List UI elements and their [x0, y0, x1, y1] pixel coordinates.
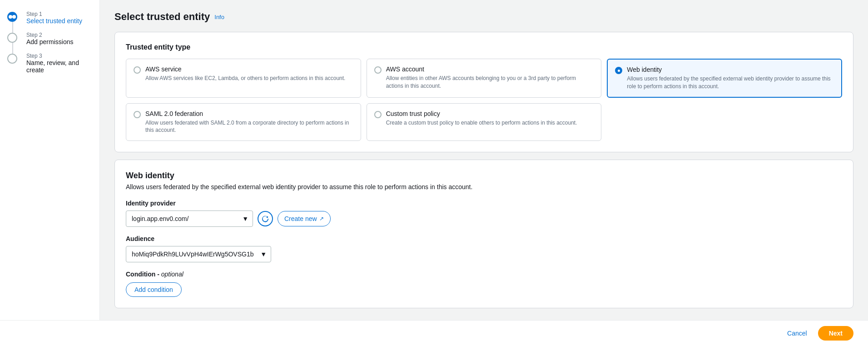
step-3-name: Name, review, and create: [26, 59, 92, 74]
create-new-button[interactable]: Create new ↗: [278, 211, 331, 226]
identity-provider-select-wrapper: login.app.env0.com/ ▼: [126, 211, 253, 227]
page-title: Select trusted entity: [114, 11, 210, 23]
step-2-item: Step 2 Add permissions: [7, 32, 92, 45]
saml-label: SAML 2.0 federation: [145, 110, 353, 117]
sidebar: Step 1 Select trusted entity Step 2 Add …: [0, 0, 100, 346]
main-content: Select trusted entity Info Trusted entit…: [100, 0, 868, 346]
entity-option-web-identity[interactable]: Web identity Allows users federated by t…: [607, 59, 842, 98]
web-identity-section-title: Web identity: [126, 171, 842, 181]
aws-account-desc: Allow entities in other AWS accounts bel…: [386, 75, 594, 90]
add-condition-button[interactable]: Add condition: [126, 282, 182, 297]
step-3-item: Step 3 Name, review, and create: [7, 53, 92, 74]
identity-provider-row: login.app.env0.com/ ▼ Create new ↗: [126, 211, 842, 227]
step-3-number: Step 3: [26, 53, 92, 59]
web-identity-section-card: Web identity Allows users federated by t…: [114, 160, 853, 308]
refresh-icon: [262, 215, 269, 222]
radio-aws-account: [374, 66, 382, 74]
entity-type-grid-row2: SAML 2.0 federation Allow users federate…: [126, 103, 842, 141]
custom-trust-desc: Create a custom trust policy to enable o…: [386, 119, 577, 127]
step-2-circle: [7, 33, 17, 43]
audience-label: Audience: [126, 235, 842, 242]
step-3-circle: [7, 54, 17, 64]
identity-provider-select[interactable]: login.app.env0.com/: [126, 211, 253, 227]
radio-web-identity: [615, 67, 622, 74]
condition-label: Condition - optional: [126, 271, 842, 278]
audience-row: hoMiq9PdkRh9LUvVpH4wIErWg5OVSG1b ▼: [126, 246, 842, 262]
aws-service-desc: Allow AWS services like EC2, Lambda, or …: [145, 75, 345, 82]
radio-aws-service: [134, 66, 141, 74]
info-link[interactable]: Info: [214, 14, 224, 20]
entity-type-grid-row1: AWS service Allow AWS services like EC2,…: [126, 59, 842, 98]
audience-select[interactable]: hoMiq9PdkRh9LUvVpH4wIErWg5OVSG1b: [126, 246, 271, 262]
entity-option-saml[interactable]: SAML 2.0 federation Allow users federate…: [126, 103, 361, 141]
cancel-button[interactable]: Cancel: [782, 326, 813, 341]
condition-optional-text: optional: [161, 271, 184, 278]
entity-option-custom-trust[interactable]: Custom trust policy Create a custom trus…: [367, 103, 602, 141]
entity-option-aws-account[interactable]: AWS account Allow entities in other AWS …: [367, 59, 602, 98]
external-link-icon: ↗: [319, 216, 324, 222]
step-1-number: Step 1: [26, 11, 82, 17]
create-new-label: Create new: [284, 215, 317, 222]
audience-select-wrapper: hoMiq9PdkRh9LUvVpH4wIErWg5OVSG1b ▼: [126, 246, 271, 262]
step-2-name: Add permissions: [26, 38, 74, 45]
entity-option-aws-service[interactable]: AWS service Allow AWS services like EC2,…: [126, 59, 361, 98]
page-header: Select trusted entity Info: [114, 11, 853, 23]
custom-trust-label: Custom trust policy: [386, 110, 577, 117]
saml-desc: Allow users federated with SAML 2.0 from…: [145, 119, 353, 135]
entity-grid-empty: [607, 103, 842, 141]
web-identity-desc: Allows users federated by the specified …: [627, 75, 834, 90]
refresh-button[interactable]: [258, 211, 273, 226]
radio-saml: [134, 111, 141, 118]
step-1-circle: [7, 12, 17, 22]
next-button[interactable]: Next: [818, 326, 853, 341]
radio-custom-trust: [374, 111, 382, 118]
step-2-number: Step 2: [26, 32, 74, 38]
web-identity-label: Web identity: [627, 66, 834, 73]
aws-account-label: AWS account: [386, 65, 594, 73]
trusted-entity-card: Trusted entity type AWS service Allow AW…: [114, 32, 853, 152]
footer: Cancel Next: [0, 320, 868, 346]
aws-service-label: AWS service: [145, 65, 345, 73]
trusted-entity-card-title: Trusted entity type: [126, 43, 842, 51]
web-identity-section-desc: Allows users federated by the specified …: [126, 183, 842, 191]
step-1-item: Step 1 Select trusted entity: [7, 11, 92, 25]
identity-provider-label: Identity provider: [126, 200, 842, 207]
step-1-name: Select trusted entity: [26, 17, 82, 25]
